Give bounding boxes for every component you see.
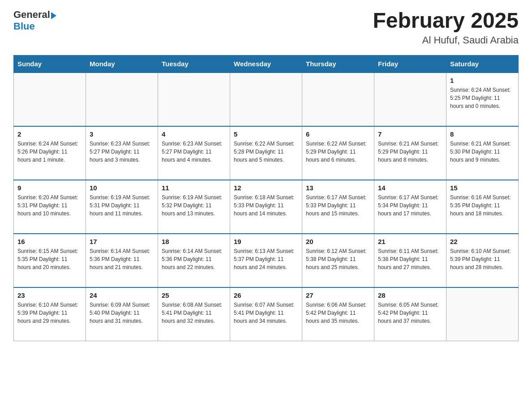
calendar-cell: 13Sunrise: 6:17 AM Sunset: 5:33 PM Dayli… [302, 180, 374, 234]
calendar-cell: 2Sunrise: 6:24 AM Sunset: 5:26 PM Daylig… [14, 126, 86, 180]
day-number: 14 [378, 184, 442, 192]
day-number: 8 [450, 130, 515, 138]
calendar-week-row: 16Sunrise: 6:15 AM Sunset: 5:35 PM Dayli… [14, 234, 519, 287]
calendar-cell: 3Sunrise: 6:23 AM Sunset: 5:27 PM Daylig… [86, 126, 158, 180]
day-info: Sunrise: 6:10 AM Sunset: 5:39 PM Dayligh… [450, 247, 515, 271]
day-number: 13 [306, 184, 370, 192]
day-number: 24 [90, 291, 154, 299]
day-info: Sunrise: 6:09 AM Sunset: 5:40 PM Dayligh… [90, 301, 154, 325]
calendar-cell: 21Sunrise: 6:11 AM Sunset: 5:38 PM Dayli… [374, 234, 446, 287]
day-number: 18 [162, 238, 226, 245]
day-number: 2 [17, 130, 82, 138]
day-number: 28 [378, 291, 442, 299]
day-info: Sunrise: 6:14 AM Sunset: 5:36 PM Dayligh… [162, 247, 226, 271]
calendar-cell: 15Sunrise: 6:16 AM Sunset: 5:35 PM Dayli… [446, 180, 519, 234]
logo-arrow-icon [51, 12, 56, 19]
day-number: 19 [234, 238, 298, 245]
day-info: Sunrise: 6:10 AM Sunset: 5:39 PM Dayligh… [17, 301, 82, 325]
day-number: 17 [90, 238, 154, 245]
calendar-cell: 1Sunrise: 6:24 AM Sunset: 5:25 PM Daylig… [446, 73, 519, 126]
calendar-cell: 25Sunrise: 6:08 AM Sunset: 5:41 PM Dayli… [158, 287, 230, 341]
day-number: 27 [306, 291, 370, 299]
day-info: Sunrise: 6:12 AM Sunset: 5:38 PM Dayligh… [306, 247, 370, 271]
day-info: Sunrise: 6:11 AM Sunset: 5:38 PM Dayligh… [378, 247, 442, 271]
weekday-header-wednesday: Wednesday [230, 55, 302, 73]
calendar-cell: 5Sunrise: 6:22 AM Sunset: 5:28 PM Daylig… [230, 126, 302, 180]
page-header: General Blue February 2025 Al Hufuf, Sau… [13, 9, 519, 46]
day-info: Sunrise: 6:08 AM Sunset: 5:41 PM Dayligh… [162, 301, 226, 325]
day-number: 20 [306, 238, 370, 245]
day-number: 6 [306, 130, 370, 138]
day-info: Sunrise: 6:06 AM Sunset: 5:42 PM Dayligh… [306, 301, 370, 325]
day-info: Sunrise: 6:17 AM Sunset: 5:34 PM Dayligh… [378, 193, 442, 218]
day-number: 22 [450, 238, 515, 245]
day-number: 16 [17, 238, 82, 245]
day-number: 11 [162, 184, 226, 192]
month-title: February 2025 [373, 9, 519, 33]
calendar-week-row: 23Sunrise: 6:10 AM Sunset: 5:39 PM Dayli… [14, 287, 519, 341]
day-info: Sunrise: 6:23 AM Sunset: 5:27 PM Dayligh… [162, 140, 226, 164]
calendar-cell: 24Sunrise: 6:09 AM Sunset: 5:40 PM Dayli… [86, 287, 158, 341]
calendar-cell: 7Sunrise: 6:21 AM Sunset: 5:29 PM Daylig… [374, 126, 446, 180]
weekday-header-monday: Monday [86, 55, 158, 73]
calendar-cell: 12Sunrise: 6:18 AM Sunset: 5:33 PM Dayli… [230, 180, 302, 234]
day-number: 5 [234, 130, 298, 138]
calendar-cell: 10Sunrise: 6:19 AM Sunset: 5:31 PM Dayli… [86, 180, 158, 234]
calendar-cell [446, 287, 519, 341]
logo-blue: Blue [13, 21, 56, 32]
day-info: Sunrise: 6:17 AM Sunset: 5:33 PM Dayligh… [306, 193, 370, 218]
calendar-cell: 18Sunrise: 6:14 AM Sunset: 5:36 PM Dayli… [158, 234, 230, 287]
calendar-week-row: 2Sunrise: 6:24 AM Sunset: 5:26 PM Daylig… [14, 126, 519, 180]
day-info: Sunrise: 6:19 AM Sunset: 5:31 PM Dayligh… [90, 193, 154, 218]
day-number: 1 [450, 77, 515, 84]
day-number: 15 [450, 184, 515, 192]
day-info: Sunrise: 6:22 AM Sunset: 5:28 PM Dayligh… [234, 140, 298, 164]
weekday-header-saturday: Saturday [446, 55, 519, 73]
day-number: 4 [162, 130, 226, 138]
calendar-cell: 17Sunrise: 6:14 AM Sunset: 5:36 PM Dayli… [86, 234, 158, 287]
calendar-cell: 8Sunrise: 6:21 AM Sunset: 5:30 PM Daylig… [446, 126, 519, 180]
day-number: 9 [17, 184, 82, 192]
calendar-cell [158, 73, 230, 126]
calendar-cell: 22Sunrise: 6:10 AM Sunset: 5:39 PM Dayli… [446, 234, 519, 287]
logo-general: General [13, 9, 50, 21]
calendar-cell: 28Sunrise: 6:05 AM Sunset: 5:42 PM Dayli… [374, 287, 446, 341]
calendar-cell: 14Sunrise: 6:17 AM Sunset: 5:34 PM Dayli… [374, 180, 446, 234]
weekday-header-sunday: Sunday [14, 55, 86, 73]
day-number: 21 [378, 238, 442, 245]
day-number: 23 [17, 291, 82, 299]
day-number: 25 [162, 291, 226, 299]
calendar-cell [374, 73, 446, 126]
day-info: Sunrise: 6:15 AM Sunset: 5:35 PM Dayligh… [17, 247, 82, 271]
weekday-header-thursday: Thursday [302, 55, 374, 73]
calendar-cell [86, 73, 158, 126]
day-number: 7 [378, 130, 442, 138]
day-info: Sunrise: 6:16 AM Sunset: 5:35 PM Dayligh… [450, 193, 515, 218]
calendar-cell: 4Sunrise: 6:23 AM Sunset: 5:27 PM Daylig… [158, 126, 230, 180]
calendar-table: SundayMondayTuesdayWednesdayThursdayFrid… [13, 55, 519, 342]
day-info: Sunrise: 6:07 AM Sunset: 5:41 PM Dayligh… [234, 301, 298, 325]
calendar-cell: 26Sunrise: 6:07 AM Sunset: 5:41 PM Dayli… [230, 287, 302, 341]
day-info: Sunrise: 6:22 AM Sunset: 5:29 PM Dayligh… [306, 140, 370, 164]
day-info: Sunrise: 6:21 AM Sunset: 5:30 PM Dayligh… [450, 140, 515, 164]
weekday-header-row: SundayMondayTuesdayWednesdayThursdayFrid… [14, 55, 519, 73]
calendar-cell: 16Sunrise: 6:15 AM Sunset: 5:35 PM Dayli… [14, 234, 86, 287]
day-number: 26 [234, 291, 298, 299]
day-info: Sunrise: 6:13 AM Sunset: 5:37 PM Dayligh… [234, 247, 298, 271]
calendar-cell: 23Sunrise: 6:10 AM Sunset: 5:39 PM Dayli… [14, 287, 86, 341]
calendar-cell [230, 73, 302, 126]
day-info: Sunrise: 6:24 AM Sunset: 5:26 PM Dayligh… [17, 140, 82, 164]
day-number: 10 [90, 184, 154, 192]
day-info: Sunrise: 6:14 AM Sunset: 5:36 PM Dayligh… [90, 247, 154, 271]
title-block: February 2025 Al Hufuf, Saudi Arabia [373, 9, 519, 46]
day-info: Sunrise: 6:19 AM Sunset: 5:32 PM Dayligh… [162, 193, 226, 218]
day-info: Sunrise: 6:24 AM Sunset: 5:25 PM Dayligh… [450, 86, 515, 110]
location-title: Al Hufuf, Saudi Arabia [373, 34, 519, 46]
calendar-cell: 20Sunrise: 6:12 AM Sunset: 5:38 PM Dayli… [302, 234, 374, 287]
day-number: 3 [90, 130, 154, 138]
calendar-cell: 19Sunrise: 6:13 AM Sunset: 5:37 PM Dayli… [230, 234, 302, 287]
calendar-cell: 6Sunrise: 6:22 AM Sunset: 5:29 PM Daylig… [302, 126, 374, 180]
weekday-header-friday: Friday [374, 55, 446, 73]
day-number: 12 [234, 184, 298, 192]
day-info: Sunrise: 6:05 AM Sunset: 5:42 PM Dayligh… [378, 301, 442, 325]
